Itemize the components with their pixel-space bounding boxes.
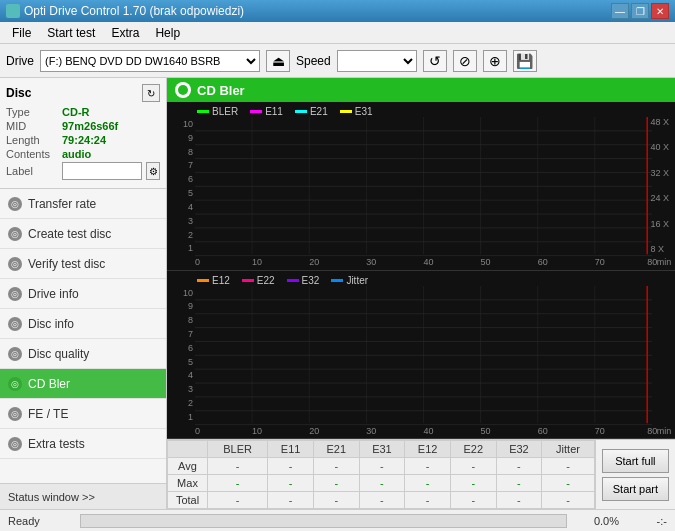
- chart1-legend-bler-label: BLER: [212, 106, 238, 117]
- disc-length-label: Length: [6, 134, 58, 146]
- sidebar-item-fe-te-label: FE / TE: [28, 407, 68, 421]
- chart2-y-2: 2: [188, 398, 193, 408]
- sidebar-item-cd-bler[interactable]: ◎ CD Bler: [0, 369, 166, 399]
- stats-header-e31: E31: [359, 441, 405, 458]
- stats-row-total: Total - - - - - - - -: [168, 492, 595, 509]
- stats-area: BLER E11 E21 E31 E12 E22 E32 Jitter: [167, 439, 675, 509]
- sidebar-item-verify-test-disc[interactable]: ◎ Verify test disc: [0, 249, 166, 279]
- main-area: Disc ↻ Type CD-R MID 97m26s66f Length 79…: [0, 78, 675, 509]
- start-full-button[interactable]: Start full: [602, 449, 669, 473]
- drive-label: Drive: [6, 54, 34, 68]
- disc-length-row: Length 79:24:24: [6, 134, 160, 146]
- chart2-legend-e32: E32: [287, 275, 320, 286]
- chart2-y-9: 9: [188, 301, 193, 311]
- chart2-legend-e12: E12: [197, 275, 230, 286]
- drive-info-icon: ◎: [8, 287, 22, 301]
- chart1-speed-32x: 32 X: [650, 168, 669, 178]
- sidebar-item-verify-test-disc-label: Verify test disc: [28, 257, 105, 271]
- disc-label-label: Label: [6, 165, 58, 177]
- menubar: File Start test Extra Help: [0, 22, 675, 44]
- disc-mid-value: 97m26s66f: [62, 120, 118, 132]
- disc-info-icon: ◎: [8, 317, 22, 331]
- verify-test-disc-icon: ◎: [8, 257, 22, 271]
- transfer-rate-icon: ◎: [8, 197, 22, 211]
- stats-row-avg: Avg - - - - - - - -: [168, 458, 595, 475]
- disc-contents-row: Contents audio: [6, 148, 160, 160]
- chart2-legend-jitter-label: Jitter: [346, 275, 368, 286]
- sidebar-item-drive-info[interactable]: ◎ Drive info: [0, 279, 166, 309]
- chart2-legend-e22-label: E22: [257, 275, 275, 286]
- chart1-y-5: 5: [188, 188, 193, 198]
- stats-row-max: Max - - - - - - - -: [168, 475, 595, 492]
- erase-button[interactable]: ⊘: [453, 50, 477, 72]
- menu-start-test[interactable]: Start test: [39, 24, 103, 42]
- window-title: Opti Drive Control 1.70 (brak odpowiedzi…: [24, 4, 244, 18]
- svg-text:40: 40: [423, 425, 433, 435]
- sidebar-item-drive-info-label: Drive info: [28, 287, 79, 301]
- status-window-label: Status window >>: [8, 491, 95, 503]
- disc-mid-row: MID 97m26s66f: [6, 120, 160, 132]
- sidebar-item-transfer-rate[interactable]: ◎ Transfer rate: [0, 189, 166, 219]
- refresh-button[interactable]: ↺: [423, 50, 447, 72]
- svg-text:0: 0: [195, 425, 200, 435]
- sidebar-item-create-test-disc[interactable]: ◎ Create test disc: [0, 219, 166, 249]
- sidebar-item-extra-tests[interactable]: ◎ Extra tests: [0, 429, 166, 459]
- drive-select[interactable]: (F:) BENQ DVD DD DW1640 BSRB: [40, 50, 260, 72]
- svg-text:30: 30: [366, 425, 376, 435]
- stats-total-jitter: -: [542, 492, 595, 509]
- menu-help[interactable]: Help: [147, 24, 188, 42]
- chart1-legend-e21-label: E21: [310, 106, 328, 117]
- stats-total-e22: -: [450, 492, 496, 509]
- sidebar-item-cd-bler-label: CD Bler: [28, 377, 70, 391]
- svg-text:min: min: [657, 257, 671, 267]
- save-button[interactable]: 💾: [513, 50, 537, 72]
- svg-text:70: 70: [595, 425, 605, 435]
- stats-avg-e22: -: [450, 458, 496, 475]
- stats-header-e11: E11: [268, 441, 314, 458]
- speed-select[interactable]: [337, 50, 417, 72]
- stats-header-e21: E21: [313, 441, 359, 458]
- sidebar-item-create-test-disc-label: Create test disc: [28, 227, 111, 241]
- svg-text:10: 10: [252, 257, 262, 267]
- stats-avg-label: Avg: [168, 458, 208, 475]
- start-part-button[interactable]: Start part: [602, 477, 669, 501]
- stats-max-e11: -: [268, 475, 314, 492]
- stats-avg-e11: -: [268, 458, 314, 475]
- burn-button[interactable]: ⊕: [483, 50, 507, 72]
- minimize-button[interactable]: —: [611, 3, 629, 19]
- menu-extra[interactable]: Extra: [103, 24, 147, 42]
- chart1-speed-24x: 24 X: [650, 193, 669, 203]
- svg-text:80: 80: [647, 257, 657, 267]
- close-button[interactable]: ✕: [651, 3, 669, 19]
- disc-type-value: CD-R: [62, 106, 90, 118]
- chart1-y-8: 8: [188, 147, 193, 157]
- sidebar-item-disc-quality[interactable]: ◎ Disc quality: [0, 339, 166, 369]
- chart1-y-1: 1: [188, 243, 193, 253]
- chart2-y-5: 5: [188, 357, 193, 367]
- label-settings-button[interactable]: ⚙: [146, 162, 160, 180]
- disc-label-input[interactable]: [62, 162, 142, 180]
- svg-text:min: min: [657, 425, 671, 435]
- statusbar: Ready 0.0% -:-: [0, 509, 675, 531]
- restore-button[interactable]: ❐: [631, 3, 649, 19]
- sidebar-item-disc-quality-label: Disc quality: [28, 347, 89, 361]
- status-window-button[interactable]: Status window >>: [0, 483, 166, 509]
- stats-max-label: Max: [168, 475, 208, 492]
- status-time: -:-: [627, 515, 667, 527]
- chart1-speed-40x: 40 X: [650, 142, 669, 152]
- menu-file[interactable]: File: [4, 24, 39, 42]
- sidebar-item-disc-info[interactable]: ◎ Disc info: [0, 309, 166, 339]
- sidebar-item-fe-te[interactable]: ◎ FE / TE: [0, 399, 166, 429]
- cd-bler-header: CD Bler: [167, 78, 675, 102]
- chart1-y-2: 2: [188, 230, 193, 240]
- status-percent: 0.0%: [579, 515, 619, 527]
- chart1-legend-e11: E11: [250, 106, 283, 117]
- stats-total-e31: -: [359, 492, 405, 509]
- disc-refresh-button[interactable]: ↻: [142, 84, 160, 102]
- disc-length-value: 79:24:24: [62, 134, 106, 146]
- chart2-legend-e12-label: E12: [212, 275, 230, 286]
- svg-text:20: 20: [309, 257, 319, 267]
- stats-header-e32: E32: [496, 441, 542, 458]
- stats-avg-bler: -: [208, 458, 268, 475]
- eject-button[interactable]: ⏏: [266, 50, 290, 72]
